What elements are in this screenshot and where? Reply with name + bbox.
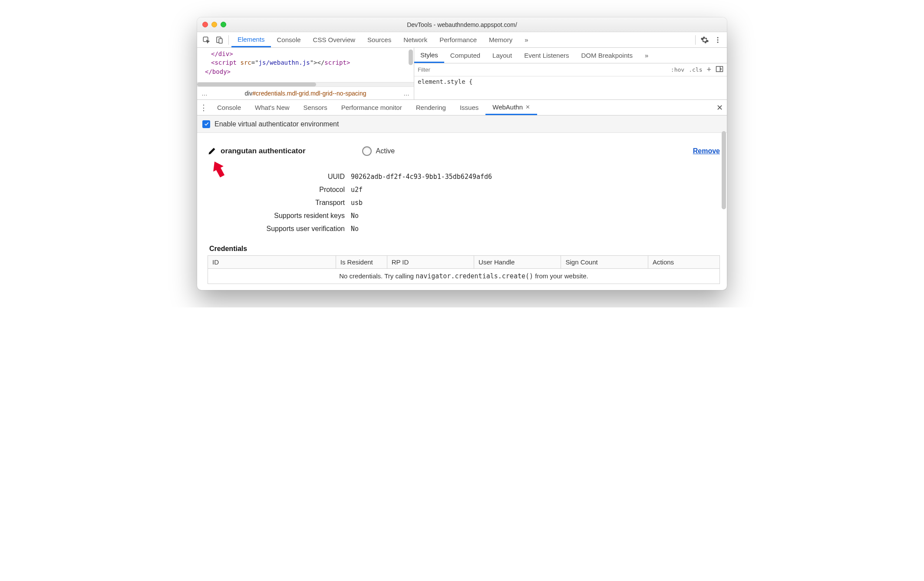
subtab-dom-breakpoints[interactable]: DOM Breakpoints xyxy=(575,48,639,63)
styles-tab-bar: Styles Computed Layout Event Listeners D… xyxy=(414,48,727,63)
titlebar: DevTools - webauthndemo.appspot.com/ xyxy=(197,17,727,32)
breadcrumb-left-ellipsis[interactable]: … xyxy=(201,90,208,97)
window-title: DevTools - webauthndemo.appspot.com/ xyxy=(197,21,727,28)
kebab-menu-icon[interactable] xyxy=(711,33,724,46)
subtabs-overflow[interactable]: » xyxy=(639,48,654,63)
authenticator-header: orangutan authenticator Active Remove xyxy=(208,145,720,157)
remove-link[interactable]: Remove xyxy=(693,147,720,155)
active-radio[interactable]: Active xyxy=(362,146,395,156)
svg-point-4 xyxy=(717,39,719,40)
enable-label: Enable virtual authenticator environment xyxy=(214,120,339,128)
authenticator-props: UUID90262adb-df2f-4c93-9bb1-35db6249afd6… xyxy=(208,170,720,235)
inspect-icon[interactable] xyxy=(200,33,213,46)
tab-css-overview[interactable]: CSS Overview xyxy=(307,32,362,47)
credentials-empty-row: No credentials. Try calling navigator.cr… xyxy=(208,269,720,284)
annotation-arrow-icon xyxy=(208,159,228,181)
th-user-handle: User Handle xyxy=(474,256,561,269)
credentials-table: ID Is Resident RP ID User Handle Sign Co… xyxy=(208,255,720,284)
drawer-kebab-icon[interactable]: ⋮ xyxy=(197,103,210,112)
subtab-computed[interactable]: Computed xyxy=(444,48,486,63)
new-style-rule-button[interactable]: + xyxy=(706,65,711,74)
prop-label-uuid: UUID xyxy=(208,173,351,181)
webauthn-panel: Enable virtual authenticator environment… xyxy=(197,116,727,290)
dom-hscroll[interactable] xyxy=(197,82,414,86)
svg-rect-6 xyxy=(716,66,723,72)
drawer-tab-webauthn[interactable]: WebAuthn ✕ xyxy=(485,100,537,115)
styles-filter-input[interactable] xyxy=(418,66,667,73)
tab-memory[interactable]: Memory xyxy=(483,32,518,47)
tab-console[interactable]: Console xyxy=(271,32,307,47)
prop-value-uv: No xyxy=(351,225,359,233)
style-rule[interactable]: element.style { xyxy=(414,76,727,87)
th-rp-id: RP ID xyxy=(387,256,474,269)
breadcrumb-item[interactable]: div#credentials.mdl-grid.mdl-grid--no-sp… xyxy=(244,90,366,97)
drawer-tab-rendering[interactable]: Rendering xyxy=(409,100,453,115)
prop-value-protocol: u2f xyxy=(351,186,363,194)
close-tab-icon[interactable]: ✕ xyxy=(525,104,530,110)
prop-label-transport: Transport xyxy=(208,199,351,207)
drawer-tab-whatsnew[interactable]: What's New xyxy=(248,100,297,115)
subtab-event-listeners[interactable]: Event Listeners xyxy=(518,48,575,63)
devtools-window: DevTools - webauthndemo.appspot.com/ Ele… xyxy=(197,17,727,290)
prop-label-rk: Supports resident keys xyxy=(208,212,351,220)
authenticator-block: orangutan authenticator Active Remove UU… xyxy=(197,133,727,290)
prop-value-uuid: 90262adb-df2f-4c93-9bb1-35db6249afd6 xyxy=(351,173,492,181)
cls-toggle[interactable]: .cls xyxy=(689,66,702,73)
drawer-tab-bar: ⋮ Console What's New Sensors Performance… xyxy=(197,100,727,116)
prop-value-transport: usb xyxy=(351,199,363,207)
th-actions: Actions xyxy=(648,256,719,269)
breadcrumb-right-ellipsis[interactable]: … xyxy=(403,90,409,97)
divider xyxy=(228,35,229,45)
hov-toggle[interactable]: :hov xyxy=(671,66,684,73)
dom-tree[interactable]: </div> <script src="js/webauthn.js"></sc… xyxy=(197,48,414,82)
prop-label-protocol: Protocol xyxy=(208,186,351,194)
drawer-tab-issues[interactable]: Issues xyxy=(453,100,485,115)
tab-sources[interactable]: Sources xyxy=(361,32,397,47)
svg-rect-2 xyxy=(219,39,222,43)
dom-vscroll[interactable] xyxy=(409,50,413,65)
drawer-close-icon[interactable]: ✕ xyxy=(712,103,727,112)
subtab-styles[interactable]: Styles xyxy=(414,48,444,63)
subtab-layout[interactable]: Layout xyxy=(486,48,518,63)
th-is-resident: Is Resident xyxy=(336,256,387,269)
main-tab-bar: Elements Console CSS Overview Sources Ne… xyxy=(197,32,727,48)
prop-label-uv: Supports user verification xyxy=(208,225,351,233)
svg-point-5 xyxy=(717,41,719,43)
breadcrumb[interactable]: … div#credentials.mdl-grid.mdl-grid--no-… xyxy=(197,86,414,99)
enable-bar: Enable virtual authenticator environment xyxy=(197,116,727,133)
drawer-tab-console[interactable]: Console xyxy=(210,100,248,115)
panel-layout-icon[interactable] xyxy=(716,66,723,74)
gear-icon[interactable] xyxy=(698,33,711,46)
tab-elements[interactable]: Elements xyxy=(231,32,271,47)
credentials-title: Credentials xyxy=(208,245,720,253)
svg-point-3 xyxy=(717,37,719,38)
pencil-icon[interactable] xyxy=(208,145,216,157)
divider xyxy=(695,35,696,45)
panel-scrollbar[interactable] xyxy=(721,131,727,290)
elements-split: </div> <script src="js/webauthn.js"></sc… xyxy=(197,48,727,100)
tab-performance[interactable]: Performance xyxy=(433,32,483,47)
tabs-overflow[interactable]: » xyxy=(518,32,534,47)
th-sign-count: Sign Count xyxy=(561,256,648,269)
styles-pane: Styles Computed Layout Event Listeners D… xyxy=(414,48,727,99)
tab-network[interactable]: Network xyxy=(397,32,433,47)
enable-checkbox[interactable] xyxy=(202,120,210,128)
drawer-tab-sensors[interactable]: Sensors xyxy=(297,100,334,115)
prop-value-rk: No xyxy=(351,212,359,220)
authenticator-name: orangutan authenticator xyxy=(221,147,306,155)
drawer-tab-perfmon[interactable]: Performance monitor xyxy=(334,100,409,115)
dom-tree-pane: </div> <script src="js/webauthn.js"></sc… xyxy=(197,48,414,99)
device-toggle-icon[interactable] xyxy=(213,33,226,46)
radio-icon xyxy=(362,146,372,156)
styles-filter-bar: :hov .cls + xyxy=(414,63,727,76)
th-id: ID xyxy=(208,256,336,269)
